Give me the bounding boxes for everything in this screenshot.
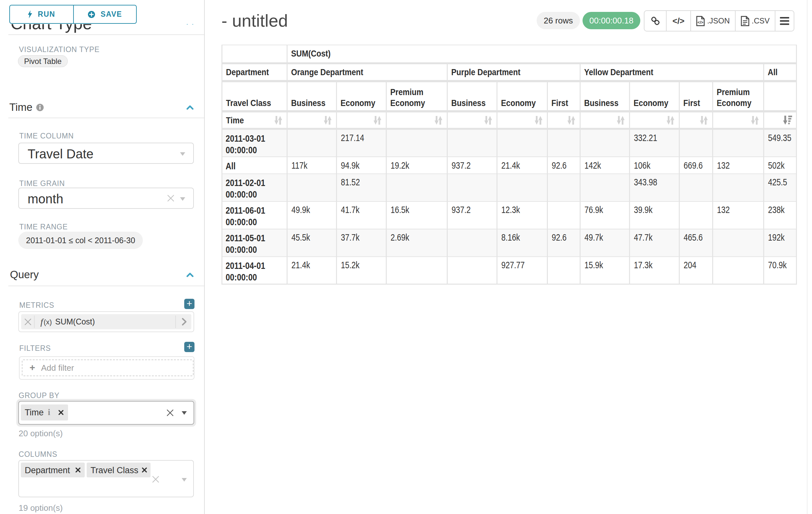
svg-text:</>: </> — [697, 20, 703, 25]
